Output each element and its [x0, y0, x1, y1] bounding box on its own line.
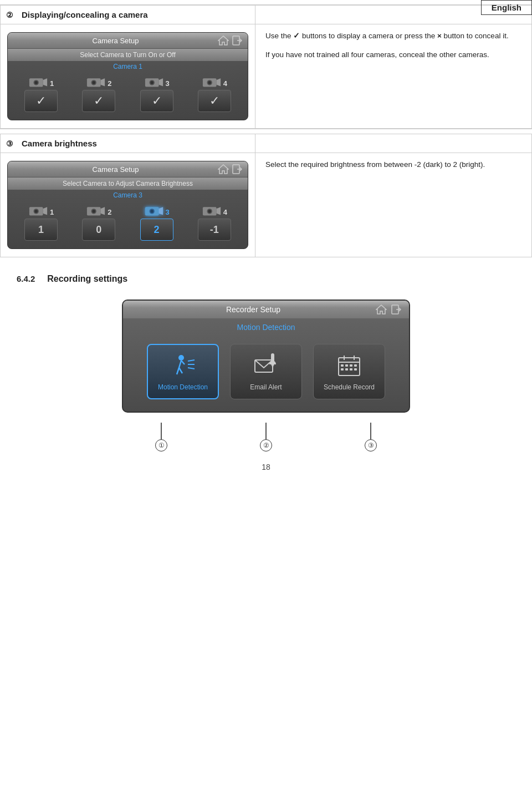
brightness-val-1[interactable]: 1 — [24, 219, 58, 241]
svg-rect-63 — [354, 368, 357, 371]
exit-icon — [232, 35, 242, 45]
device-subtitle-2: Select Camera to Adjust Camera Brightnes… — [8, 177, 248, 190]
email-alert-button[interactable]: Email Alert — [230, 344, 302, 399]
svg-marker-29 — [101, 207, 105, 215]
svg-rect-60 — [341, 368, 344, 371]
brightness-cam-2: 2 0 — [82, 204, 115, 241]
svg-marker-38 — [376, 305, 386, 314]
svg-marker-14 — [158, 78, 163, 86]
brightness-cam-3: 3 2 — [140, 204, 173, 241]
brightness-val-4[interactable]: -1 — [198, 219, 231, 241]
svg-marker-19 — [218, 165, 228, 174]
section2-desc: Use the ✓ buttons to display a camera or… — [255, 24, 531, 128]
section-642: 6.4.2 Recording settings — [0, 262, 532, 290]
bright-num-2: 2 — [108, 208, 111, 216]
camera-setup-screen-2: Camera Setup Select Camera to Adjust Cam… — [7, 161, 248, 249]
email-alert-label: Email Alert — [250, 383, 282, 391]
section3-title: Camera brightness — [22, 139, 97, 148]
brightness-cam-icon-1 — [28, 204, 48, 216]
callout-1: ① — [155, 439, 167, 451]
svg-marker-33 — [158, 207, 163, 215]
svg-line-43 — [177, 368, 179, 374]
svg-line-42 — [179, 361, 181, 368]
bright-num-4: 4 — [223, 208, 227, 216]
bright-num-1: 1 — [50, 208, 54, 216]
svg-point-41 — [178, 355, 184, 361]
recorder-exit-icon — [391, 304, 401, 314]
camera-item-4: 4 ✓ — [198, 75, 231, 112]
check-mark-2: ✓ — [94, 94, 104, 108]
callout-2: ② — [260, 439, 272, 451]
section2-title: Displaying/concealing a camera — [22, 10, 148, 19]
brightness-cam-icon-3 — [144, 204, 164, 216]
check-mark-4: ✓ — [209, 94, 219, 108]
svg-marker-0 — [218, 36, 228, 45]
section2-number: ② — [6, 11, 18, 19]
home-icon-2 — [218, 164, 229, 174]
device-subtitle-1: Select Camera to Turn On or Off — [8, 49, 248, 61]
svg-point-24 — [34, 210, 38, 213]
check-btn-3[interactable]: ✓ — [140, 90, 173, 112]
camera-grid-1: 1 ✓ — [8, 72, 248, 115]
bright-num-3: 3 — [166, 208, 170, 216]
device-selected-2: Camera 3 — [8, 190, 248, 201]
svg-rect-62 — [350, 368, 352, 371]
check-btn-1[interactable]: ✓ — [24, 90, 58, 112]
svg-point-28 — [93, 210, 96, 213]
svg-rect-59 — [354, 364, 357, 367]
device-selected-1: Camera 1 — [8, 61, 248, 72]
svg-line-46 — [188, 360, 195, 361]
recorder-subtitle: Motion Detection — [123, 318, 409, 334]
camera-icon-1 — [28, 75, 48, 88]
cam-num-4: 4 — [223, 79, 227, 88]
brightness-cam-1: 1 1 — [24, 204, 58, 241]
svg-rect-56 — [341, 364, 344, 367]
svg-point-5 — [34, 81, 38, 84]
svg-marker-25 — [43, 207, 48, 215]
svg-point-51 — [272, 366, 274, 367]
svg-point-32 — [150, 210, 154, 213]
svg-point-36 — [208, 210, 211, 213]
device-title-2: Camera Setup — [13, 165, 218, 174]
svg-rect-57 — [345, 364, 348, 367]
check-mark-3: ✓ — [152, 94, 162, 108]
motion-detection-label: Motion Detection — [158, 383, 208, 391]
exit-icon-2 — [232, 164, 242, 174]
section3-number: ③ — [6, 139, 18, 148]
motion-detection-button[interactable]: Motion Detection — [147, 344, 219, 399]
cam-num-1: 1 — [50, 79, 54, 88]
home-icon — [218, 35, 229, 45]
recorder-setup-screen: Recorder Setup Motion Detection — [122, 300, 410, 413]
schedule-record-button[interactable]: Schedule Record — [313, 344, 385, 399]
svg-marker-18 — [216, 78, 221, 86]
callout-3: ③ — [365, 439, 377, 451]
brightness-cam-icon-4 — [202, 204, 222, 216]
svg-marker-6 — [43, 78, 48, 86]
cam-num-2: 2 — [108, 79, 111, 88]
recorder-btn-grid: Motion Detection Email Alert — [123, 334, 409, 404]
camera-icon-4 — [202, 75, 222, 88]
section-642-number: 6.4.2 — [17, 274, 35, 283]
schedule-record-icon — [335, 352, 363, 380]
svg-line-48 — [188, 368, 195, 369]
recorder-titlebar: Recorder Setup — [123, 301, 409, 318]
svg-line-45 — [181, 361, 185, 364]
brightness-val-3[interactable]: 2 — [140, 219, 173, 241]
svg-rect-58 — [350, 364, 352, 367]
camera-item-2: 2 ✓ — [82, 75, 115, 112]
svg-point-13 — [150, 81, 154, 84]
svg-rect-61 — [345, 368, 348, 371]
svg-line-44 — [179, 368, 182, 373]
recorder-title: Recorder Setup — [131, 305, 376, 314]
check-btn-4[interactable]: ✓ — [198, 90, 231, 112]
camera-setup-screen-1: Camera Setup Select Cam — [7, 32, 248, 120]
brightness-cam-icon-2 — [86, 204, 106, 216]
camera-item-1: 1 ✓ — [24, 75, 58, 112]
motion-detection-icon — [169, 352, 197, 380]
recorder-home-icon — [376, 304, 387, 314]
check-btn-2[interactable]: ✓ — [82, 90, 115, 112]
brightness-val-2[interactable]: 0 — [82, 219, 115, 241]
camera-item-3: 3 ✓ — [140, 75, 173, 112]
cam-num-3: 3 — [166, 79, 170, 88]
page-number: 18 — [0, 463, 532, 483]
